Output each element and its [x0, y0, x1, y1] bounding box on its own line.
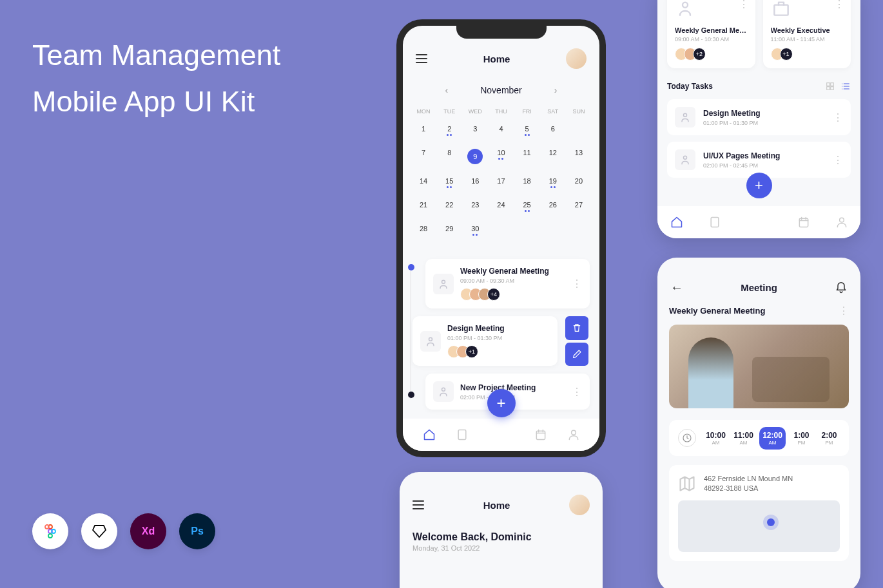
cal-day-selected[interactable]: 9 [462, 146, 488, 167]
cal-day[interactable]: 14 [411, 175, 436, 191]
cal-day[interactable]: 15 [436, 175, 462, 191]
cal-day[interactable]: 29 [436, 222, 462, 238]
cal-day[interactable] [566, 222, 592, 238]
menu-icon[interactable] [416, 54, 427, 63]
profile-icon[interactable] [835, 216, 848, 229]
meeting-card[interactable]: Weekly General Meeting 09:00 AM - 09:30 … [425, 259, 590, 308]
cal-day[interactable]: 7 [411, 146, 436, 167]
svg-rect-15 [827, 87, 830, 90]
home-icon[interactable] [423, 428, 436, 441]
map-preview[interactable] [678, 500, 840, 552]
phone-calendar: Home ‹ November › MON TUE WED THU FRI SA… [396, 19, 606, 457]
cal-day[interactable]: 2 [436, 122, 462, 138]
mini-meeting-card[interactable]: ⋮ Weekly Executive 11:00 AM - 11:45 AM +… [763, 0, 851, 68]
cal-day[interactable]: 12 [540, 146, 566, 167]
cal-day[interactable]: 11 [514, 146, 540, 167]
time-slot[interactable]: 10:00AM [705, 431, 726, 446]
cal-day[interactable]: 21 [411, 198, 436, 214]
add-button[interactable]: + [487, 389, 516, 417]
svg-point-2 [48, 534, 52, 538]
cal-day[interactable]: 18 [514, 175, 540, 191]
cal-day[interactable]: 6 [540, 122, 566, 138]
more-icon[interactable]: ⋮ [833, 154, 843, 166]
phone-tasks: ⋮ Weekly General Meeting 09:00 AM - 10:3… [657, 0, 860, 238]
avatar-extra-badge: +1 [780, 48, 793, 61]
cal-day[interactable]: 1 [411, 122, 436, 138]
bottom-nav [657, 206, 860, 238]
cal-day[interactable] [488, 222, 514, 238]
cal-day[interactable]: 4 [488, 122, 514, 138]
avatar-extra-badge: +4 [487, 288, 500, 301]
timeline-dot [408, 264, 414, 270]
cal-day[interactable]: 23 [462, 198, 488, 214]
avatar-extra-badge: +2 [693, 48, 706, 61]
cal-day[interactable]: 28 [411, 222, 436, 238]
more-icon[interactable]: ⋮ [833, 111, 843, 124]
cal-day[interactable]: 26 [540, 198, 566, 214]
cal-day[interactable]: 10 [488, 146, 514, 167]
cal-day[interactable] [514, 222, 540, 238]
time-slot[interactable]: 11:00AM [733, 431, 754, 446]
cal-day[interactable]: 17 [488, 175, 514, 191]
cal-day[interactable]: 20 [566, 175, 592, 191]
time-slot[interactable]: 2:00PM [819, 431, 840, 446]
calendar-icon[interactable] [534, 428, 547, 441]
next-month-icon[interactable]: › [554, 85, 558, 95]
group-icon [420, 331, 441, 352]
more-icon[interactable]: ⋮ [834, 0, 844, 10]
cal-day[interactable] [540, 222, 566, 238]
time-slot-selected[interactable]: 12:00AM [759, 427, 786, 450]
timeline-line [411, 270, 411, 399]
task-time: 02:00 PM - 02:45 PM [703, 162, 825, 169]
more-icon[interactable]: ⋮ [739, 0, 749, 10]
home-icon[interactable] [670, 216, 683, 229]
cal-day[interactable]: 22 [436, 198, 462, 214]
time-slot[interactable]: 1:00PM [791, 431, 812, 446]
cal-day[interactable]: 19 [540, 175, 566, 191]
xd-icon: Xd [130, 513, 166, 549]
cal-day[interactable]: 5 [514, 122, 540, 138]
profile-icon[interactable] [567, 428, 580, 441]
menu-icon[interactable] [412, 500, 424, 509]
avatar[interactable] [569, 495, 590, 515]
bottom-nav [403, 419, 599, 451]
cal-day[interactable]: 24 [488, 198, 514, 214]
more-icon[interactable]: ⋮ [572, 278, 582, 290]
svg-point-6 [429, 337, 432, 341]
meeting-title: Weekly General Meeting [460, 267, 565, 276]
cal-day[interactable]: 8 [436, 146, 462, 167]
task-time: 01:00 PM - 01:30 PM [703, 120, 825, 126]
calendar-icon[interactable] [797, 216, 810, 229]
list-view-icon[interactable] [840, 81, 851, 91]
map-icon [678, 475, 696, 493]
location-address: 462 Fernside LN Mound MN 48292-3188 USA [704, 474, 793, 494]
cal-day[interactable]: 30 [462, 222, 488, 238]
more-icon[interactable]: ⋮ [572, 386, 582, 398]
prev-month-icon[interactable]: ‹ [445, 85, 449, 95]
add-button[interactable]: + [746, 173, 772, 198]
back-icon[interactable]: ← [670, 280, 683, 295]
day-head: FRI [514, 108, 540, 115]
cal-day[interactable]: 16 [462, 175, 488, 191]
cal-day[interactable] [566, 122, 592, 138]
delete-button[interactable] [565, 316, 588, 340]
mini-meeting-card[interactable]: ⋮ Weekly General Meeting 09:00 AM - 10:3… [667, 0, 755, 68]
document-icon[interactable] [708, 216, 721, 229]
section-title: Today Tasks [667, 82, 713, 91]
meeting-card-swiped[interactable]: Design Meeting 01:00 PM - 01:30 PM +1 [412, 316, 558, 366]
bell-icon[interactable] [835, 281, 848, 294]
edit-button[interactable] [565, 343, 588, 366]
avatar[interactable] [566, 48, 587, 69]
cal-day[interactable]: 13 [566, 146, 592, 167]
svg-rect-19 [711, 218, 719, 227]
notch [456, 26, 547, 39]
cal-day[interactable]: 27 [566, 198, 592, 214]
grid-view-icon[interactable] [825, 81, 835, 91]
cal-day[interactable]: 25 [514, 198, 540, 214]
svg-rect-13 [827, 83, 830, 86]
document-icon[interactable] [456, 428, 469, 441]
task-card[interactable]: Design Meeting 01:00 PM - 01:30 PM ⋮ [667, 99, 851, 135]
more-icon[interactable]: ⋮ [839, 305, 849, 317]
day-head: SUN [566, 108, 592, 115]
cal-day[interactable]: 3 [462, 122, 488, 138]
